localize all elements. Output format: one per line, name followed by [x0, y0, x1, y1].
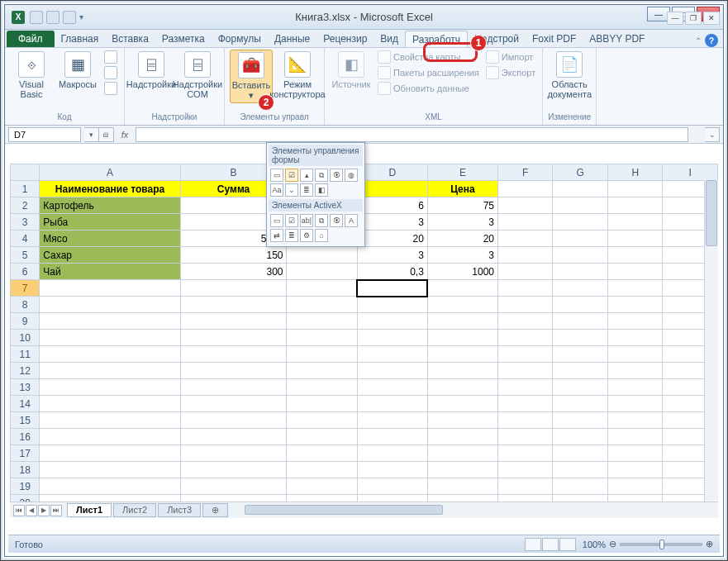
form-control-item[interactable]: ≣: [300, 183, 313, 197]
cell-B17[interactable]: [180, 445, 287, 462]
cell-B8[interactable]: [180, 297, 287, 313]
cell-F8[interactable]: [498, 297, 553, 313]
cell-H5[interactable]: [607, 247, 662, 264]
row-header-20[interactable]: 20: [11, 495, 40, 502]
col-header-D[interactable]: D: [357, 164, 427, 181]
cell-H3[interactable]: [607, 214, 662, 231]
cell-E10[interactable]: [427, 330, 497, 346]
view-normal-button[interactable]: [525, 538, 541, 551]
cell-C14[interactable]: [287, 396, 357, 412]
new-sheet-button[interactable]: ⊕: [202, 503, 228, 517]
cell-D17[interactable]: [357, 445, 427, 462]
formula-cancel-icon[interactable]: ⦻: [99, 127, 114, 142]
cell-G7[interactable]: [553, 280, 607, 297]
cell-G1[interactable]: [553, 181, 607, 197]
cell-A11[interactable]: [40, 346, 180, 363]
col-header-E[interactable]: E: [427, 164, 497, 181]
cell-G10[interactable]: [553, 330, 607, 346]
sheet-nav-last-icon[interactable]: ⏭: [50, 505, 62, 516]
cell-C7[interactable]: [287, 280, 357, 297]
qat-redo-icon[interactable]: [63, 11, 76, 24]
xml-refresh-button[interactable]: Обновить данные: [376, 81, 481, 96]
sheet-tab-Лист2[interactable]: Лист2: [113, 503, 156, 517]
cell-A10[interactable]: [40, 330, 180, 346]
cell-B7[interactable]: [180, 280, 287, 297]
cell-B13[interactable]: [180, 379, 287, 396]
cell-E6[interactable]: 1000: [427, 264, 497, 280]
cell-D5[interactable]: 3: [357, 247, 427, 264]
col-header-F[interactable]: F: [498, 164, 553, 181]
horizontal-scrollbar[interactable]: [245, 505, 718, 516]
cell-A20[interactable]: [40, 495, 180, 502]
form-control-item[interactable]: ▭: [270, 169, 283, 182]
cell-C8[interactable]: [287, 297, 357, 313]
cell-D13[interactable]: [357, 379, 427, 396]
cell-D8[interactable]: [357, 297, 427, 313]
form-control-item[interactable]: ⌂: [315, 229, 328, 242]
ribbon-minimize-icon[interactable]: ⌃: [695, 36, 702, 45]
cell-B9[interactable]: [180, 313, 287, 330]
col-header-G[interactable]: G: [553, 164, 607, 181]
cell-G15[interactable]: [553, 412, 607, 429]
cell-B19[interactable]: [180, 478, 287, 495]
cell-F1[interactable]: [498, 181, 553, 197]
cell-F9[interactable]: [498, 313, 553, 330]
cell-A16[interactable]: [40, 429, 180, 445]
cell-C19[interactable]: [287, 478, 357, 495]
cell-G17[interactable]: [553, 445, 607, 462]
tab-формулы[interactable]: Формулы: [212, 31, 268, 47]
cell-A12[interactable]: [40, 363, 180, 379]
cell-A2[interactable]: Картофель: [40, 197, 180, 214]
form-control-item[interactable]: ≣: [285, 229, 298, 242]
cell-H20[interactable]: [607, 495, 662, 502]
cell-G9[interactable]: [553, 313, 607, 330]
cell-E20[interactable]: [427, 495, 497, 502]
cell-D10[interactable]: [357, 330, 427, 346]
cell-G18[interactable]: [553, 462, 607, 478]
form-control-item[interactable]: ▴: [300, 169, 313, 182]
cell-E13[interactable]: [427, 379, 497, 396]
record-macro-button[interactable]: [102, 50, 119, 64]
row-header-12[interactable]: 12: [11, 363, 40, 379]
form-control-item[interactable]: ▭: [270, 214, 283, 227]
xml-source-button[interactable]: ◧Источник: [330, 50, 373, 91]
cell-G16[interactable]: [553, 429, 607, 445]
row-header-17[interactable]: 17: [11, 445, 40, 462]
vertical-scrollbar[interactable]: [704, 180, 718, 502]
view-break-button[interactable]: [559, 538, 576, 551]
row-header-13[interactable]: 13: [11, 379, 40, 396]
cell-A18[interactable]: [40, 462, 180, 478]
addins-button[interactable]: ⌸Надстройки: [130, 50, 173, 91]
cell-D6[interactable]: 0,3: [357, 264, 427, 280]
macros-button[interactable]: ▦Макросы: [56, 50, 99, 91]
tab-данные[interactable]: Данные: [268, 31, 316, 47]
cell-C16[interactable]: [287, 429, 357, 445]
cell-G11[interactable]: [553, 346, 607, 363]
tab-foxit pdf[interactable]: Foxit PDF: [526, 31, 583, 47]
cell-D18[interactable]: [357, 462, 427, 478]
cell-F3[interactable]: [498, 214, 553, 231]
cell-G6[interactable]: [553, 264, 607, 280]
cell-B10[interactable]: [180, 330, 287, 346]
com-addins-button[interactable]: ⌸Надстройки COM: [176, 50, 219, 101]
cell-H12[interactable]: [607, 363, 662, 379]
qat-customize-icon[interactable]: ▾: [79, 12, 83, 21]
cell-D3[interactable]: 3: [357, 214, 427, 231]
cell-G14[interactable]: [553, 396, 607, 412]
cell-C15[interactable]: [287, 412, 357, 429]
zoom-out-button[interactable]: ⊖: [609, 539, 616, 549]
cell-C18[interactable]: [287, 462, 357, 478]
cell-F14[interactable]: [498, 396, 553, 412]
sheet-nav-next-icon[interactable]: ▶: [38, 505, 50, 516]
cell-A8[interactable]: [40, 297, 180, 313]
cell-G12[interactable]: [553, 363, 607, 379]
doc-close-button[interactable]: ✕: [703, 12, 720, 25]
cell-D2[interactable]: 6: [357, 197, 427, 214]
cell-H17[interactable]: [607, 445, 662, 462]
col-header-A[interactable]: A: [40, 164, 180, 181]
qat-undo-icon[interactable]: [46, 11, 59, 24]
cell-C9[interactable]: [287, 313, 357, 330]
form-control-item[interactable]: ☑: [285, 169, 298, 182]
form-control-item[interactable]: ⧉: [315, 169, 328, 182]
form-control-item[interactable]: ab|: [300, 214, 313, 227]
